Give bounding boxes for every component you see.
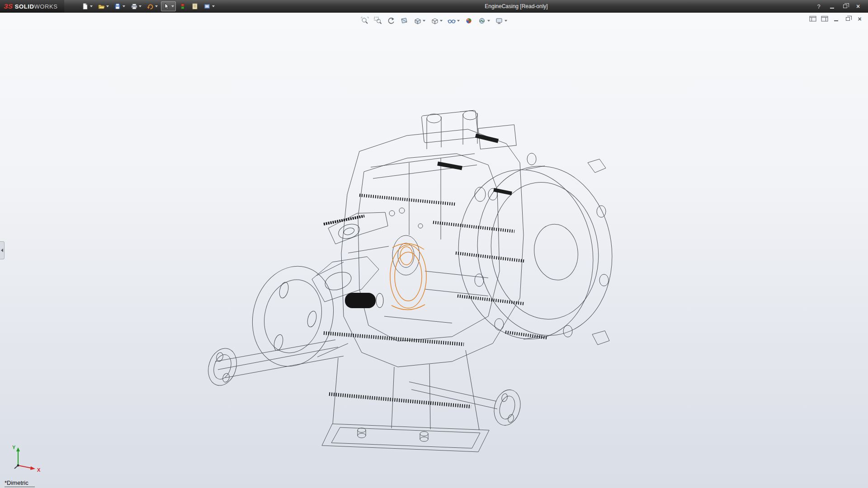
- chevron-down-icon[interactable]: [487, 20, 490, 22]
- brand-text-works: WORKS: [34, 3, 57, 10]
- window-controls: ? ×: [815, 0, 862, 13]
- title-bar: ЗS SOLIDWORKS: [0, 0, 868, 13]
- view-orientation-button[interactable]: [411, 15, 427, 26]
- main-toolbar: [80, 1, 217, 11]
- print-button[interactable]: [128, 1, 143, 11]
- pane-left-icon: [809, 16, 816, 22]
- restore-button[interactable]: [841, 3, 849, 10]
- red-green-indicator-icon: [179, 3, 186, 10]
- close-button[interactable]: ×: [854, 3, 862, 10]
- appearance-ball-icon: [465, 17, 473, 25]
- section-view-icon: [400, 17, 408, 25]
- file-properties-button[interactable]: [189, 1, 200, 11]
- help-button[interactable]: ?: [815, 3, 822, 10]
- new-document-button[interactable]: [80, 1, 94, 11]
- chevron-down-icon[interactable]: [457, 20, 460, 22]
- display-style-button[interactable]: [429, 15, 444, 26]
- undo-icon: [146, 3, 154, 10]
- orientation-triad: Y X: [11, 443, 52, 474]
- chevron-down-icon[interactable]: [155, 5, 158, 7]
- eyeglasses-icon: [448, 17, 456, 25]
- select-cursor-icon: [163, 3, 170, 10]
- open-folder-icon: [98, 3, 105, 10]
- y-axis-label: Y: [12, 445, 16, 450]
- zoom-to-fit-icon: [361, 17, 369, 25]
- file-properties-icon: [191, 3, 198, 10]
- view-settings-icon: [495, 17, 503, 25]
- zoom-to-area-icon: [374, 17, 382, 25]
- options-icon: [203, 3, 211, 10]
- save-floppy-icon: [114, 3, 121, 10]
- document-restore-button[interactable]: [844, 15, 852, 22]
- minimize-icon: [834, 20, 838, 21]
- zoom-to-fit-button[interactable]: [359, 15, 371, 26]
- show-feature-pane-button[interactable]: [809, 15, 816, 22]
- heads-up-view-toolbar: [359, 15, 509, 26]
- chevron-down-icon[interactable]: [212, 5, 215, 7]
- scene-globe-icon: [478, 17, 486, 25]
- document-minimize-button[interactable]: [832, 15, 840, 22]
- display-style-cube-icon: [430, 17, 439, 25]
- restore-icon: [843, 5, 847, 8]
- reference-toggle-button[interactable]: [177, 1, 188, 11]
- engine-casing-model[interactable]: [0, 13, 868, 488]
- feature-manager-collapsed-tab[interactable]: [0, 241, 5, 259]
- x-axis-arrow-icon: [30, 466, 35, 470]
- options-button[interactable]: [202, 1, 217, 11]
- pane-right-icon: [821, 16, 828, 22]
- restore-icon: [846, 17, 850, 21]
- open-button[interactable]: [96, 1, 111, 11]
- minimize-icon: [830, 8, 834, 9]
- print-icon: [130, 3, 137, 10]
- undo-button[interactable]: [145, 1, 160, 11]
- section-view-button[interactable]: [398, 15, 410, 26]
- dassault-logo-icon: ЗS: [4, 3, 13, 9]
- y-axis-arrow-icon: [16, 447, 20, 451]
- new-document-icon: [81, 3, 89, 10]
- chevron-down-icon[interactable]: [171, 5, 174, 7]
- apply-scene-button[interactable]: [476, 15, 492, 26]
- collapse-arrow-icon: [1, 249, 3, 252]
- brand-text-solid: SOLID: [15, 3, 34, 10]
- chevron-down-icon[interactable]: [90, 5, 93, 7]
- save-button[interactable]: [112, 1, 127, 11]
- chevron-down-icon[interactable]: [106, 5, 109, 7]
- view-settings-button[interactable]: [493, 15, 509, 26]
- zoom-to-area-button[interactable]: [372, 15, 384, 26]
- view-orientation-label: *Dimetric: [5, 479, 35, 487]
- previous-view-button[interactable]: [385, 15, 397, 26]
- edit-appearance-button[interactable]: [463, 15, 475, 26]
- x-axis-label: X: [37, 467, 41, 473]
- chevron-down-icon[interactable]: [440, 20, 443, 22]
- solidworks-logo: ЗS SOLIDWORKS: [0, 0, 64, 12]
- chevron-down-icon[interactable]: [505, 20, 507, 22]
- document-window-controls: ×: [809, 15, 863, 22]
- minimize-button[interactable]: [828, 3, 835, 10]
- previous-view-icon: [387, 17, 395, 25]
- view-cube-icon: [413, 17, 421, 25]
- show-display-pane-button[interactable]: [821, 15, 828, 22]
- chevron-down-icon[interactable]: [423, 20, 425, 22]
- graphics-area[interactable]: × Y X *Dimetric: [0, 13, 868, 488]
- select-tool-button[interactable]: [161, 1, 176, 11]
- chevron-down-icon[interactable]: [139, 5, 142, 7]
- window-title: EngineCasing [Read-only]: [485, 0, 547, 13]
- document-close-button[interactable]: ×: [856, 15, 863, 22]
- chevron-down-icon[interactable]: [123, 5, 125, 7]
- hide-show-items-button[interactable]: [446, 15, 462, 26]
